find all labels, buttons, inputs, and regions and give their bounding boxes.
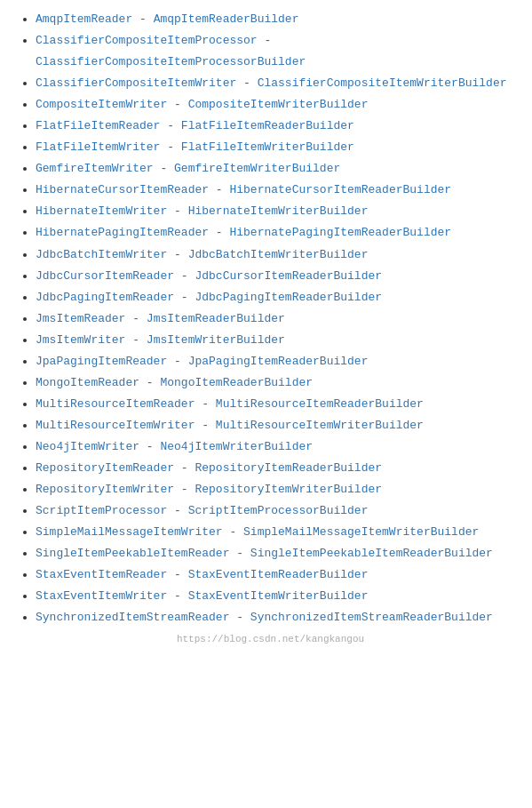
item-builder-link[interactable]: AmqpItemReaderBuilder: [154, 12, 299, 26]
list-item: MultiResourceItemWriter - MultiResourceI…: [36, 415, 523, 436]
item-separator: -: [167, 568, 187, 581]
item-separator: -: [154, 162, 174, 175]
list-item: JdbcCursorItemReader - JdbcCursorItemRea…: [36, 266, 523, 287]
list-item: JmsItemReader - JmsItemReaderBuilder: [36, 308, 523, 330]
item-separator: -: [174, 483, 195, 496]
item-name-link[interactable]: SynchronizedItemStreamReader: [36, 611, 229, 624]
item-separator: -: [125, 312, 146, 325]
item-name-link[interactable]: StaxEventItemReader: [36, 568, 167, 581]
item-separator: -: [195, 397, 215, 411]
item-name-link[interactable]: HibernatePagingItemReader: [36, 226, 209, 239]
item-name-link[interactable]: HibernateItemWriter: [36, 204, 167, 218]
item-separator: -: [167, 248, 187, 261]
item-builder-link[interactable]: GemfireItemWriterBuilder: [174, 162, 340, 175]
item-builder-link[interactable]: Neo4jItemWriterBuilder: [160, 440, 313, 453]
item-builder-link[interactable]: HibernateItemWriterBuilder: [188, 204, 369, 218]
item-builder-link[interactable]: SimpleMailMessageItemWriterBuilder: [243, 525, 479, 539]
list-item: SimpleMailMessageItemWriter - SimpleMail…: [36, 522, 523, 543]
item-name-link[interactable]: ClassifierCompositeItemProcessor: [36, 34, 258, 47]
list-item: HibernateItemWriter - HibernateItemWrite…: [36, 201, 523, 222]
list-item: JpaPagingItemReader - JpaPagingItemReade…: [36, 351, 523, 372]
item-builder-link[interactable]: MultiResourceItemWriterBuilder: [216, 419, 424, 432]
item-separator: -: [229, 611, 250, 624]
list-item: FlatFileItemWriter - FlatFileItemWriterB…: [36, 137, 523, 158]
item-name-link[interactable]: JdbcCursorItemReader: [36, 269, 174, 283]
item-builder-link[interactable]: RepositoryItemWriterBuilder: [195, 483, 382, 496]
item-builder-link[interactable]: JdbcPagingItemReaderBuilder: [195, 291, 382, 304]
item-builder-link[interactable]: JmsItemReaderBuilder: [147, 312, 285, 325]
item-builder-link[interactable]: StaxEventItemWriterBuilder: [188, 589, 369, 603]
item-builder-link[interactable]: RepositoryItemReaderBuilder: [195, 461, 382, 475]
list-item: ClassifierCompositeItemProcessor - Class…: [36, 30, 523, 73]
item-builder-link[interactable]: StaxEventItemReaderBuilder: [188, 568, 369, 581]
list-item: AmqpItemReader - AmqpItemReaderBuilder: [36, 9, 523, 30]
item-separator: -: [209, 183, 229, 196]
item-separator: -: [174, 291, 195, 304]
item-builder-link[interactable]: CompositeItemWriterBuilder: [188, 98, 369, 111]
item-separator: -: [160, 140, 180, 154]
item-separator: -: [167, 98, 187, 111]
list-item: JdbcPagingItemReader - JdbcPagingItemRea…: [36, 287, 523, 308]
item-name-link[interactable]: SimpleMailMessageItemWriter: [36, 525, 223, 539]
item-builder-link[interactable]: ScriptItemProcessorBuilder: [188, 504, 369, 517]
list-item: FlatFileItemReader - FlatFileItemReaderB…: [36, 116, 523, 137]
item-name-link[interactable]: MultiResourceItemReader: [36, 397, 195, 411]
item-separator: -: [139, 376, 160, 389]
item-builder-link[interactable]: FlatFileItemWriterBuilder: [181, 140, 354, 154]
item-separator: -: [125, 333, 146, 347]
item-name-link[interactable]: JmsItemReader: [36, 312, 125, 325]
item-separator: -: [132, 12, 153, 26]
item-name-link[interactable]: ClassifierCompositeItemWriter: [36, 76, 236, 90]
item-separator: -: [160, 119, 180, 132]
item-builder-link[interactable]: JmsItemWriterBuilder: [147, 333, 285, 347]
list-item: StaxEventItemReader - StaxEventItemReade…: [36, 564, 523, 586]
item-builder-link[interactable]: JpaPagingItemReaderBuilder: [188, 355, 369, 368]
item-name-link[interactable]: AmqpItemReader: [36, 12, 132, 26]
item-builder-link[interactable]: SynchronizedItemStreamReaderBuilder: [250, 611, 493, 624]
list-item: RepositoryItemReader - RepositoryItemRea…: [36, 458, 523, 479]
list-item: StaxEventItemWriter - StaxEventItemWrite…: [36, 586, 523, 607]
item-separator: -: [258, 34, 272, 47]
item-builder-link[interactable]: MultiResourceItemReaderBuilder: [216, 397, 424, 411]
item-name-link[interactable]: MultiResourceItemWriter: [36, 419, 195, 432]
item-name-link[interactable]: GemfireItemWriter: [36, 162, 154, 175]
item-list: AmqpItemReader - AmqpItemReaderBuilderCl…: [18, 9, 523, 628]
item-builder-link[interactable]: SingleItemPeekableItemReaderBuilder: [250, 547, 493, 560]
item-name-link[interactable]: JpaPagingItemReader: [36, 355, 167, 368]
item-name-link[interactable]: Neo4jItemWriter: [36, 440, 139, 453]
list-item: CompositeItemWriter - CompositeItemWrite…: [36, 94, 523, 116]
item-name-link[interactable]: HibernateCursorItemReader: [36, 183, 209, 196]
list-item: GemfireItemWriter - GemfireItemWriterBui…: [36, 158, 523, 180]
list-item: JmsItemWriter - JmsItemWriterBuilder: [36, 330, 523, 351]
item-name-link[interactable]: FlatFileItemWriter: [36, 140, 160, 154]
item-builder-link[interactable]: ClassifierCompositeItemProcessorBuilder: [36, 55, 306, 68]
item-name-link[interactable]: FlatFileItemReader: [36, 119, 160, 132]
list-item: SingleItemPeekableItemReader - SingleIte…: [36, 543, 523, 564]
list-item: ScriptItemProcessor - ScriptItemProcesso…: [36, 500, 523, 522]
item-builder-link[interactable]: FlatFileItemReaderBuilder: [181, 119, 354, 132]
item-name-link[interactable]: JdbcPagingItemReader: [36, 291, 174, 304]
list-item: RepositoryItemWriter - RepositoryItemWri…: [36, 479, 523, 500]
item-name-link[interactable]: SingleItemPeekableItemReader: [36, 547, 229, 560]
item-name-link[interactable]: JmsItemWriter: [36, 333, 125, 347]
item-builder-link[interactable]: JdbcCursorItemReaderBuilder: [195, 269, 382, 283]
item-builder-link[interactable]: ClassifierCompositeItemWriterBuilder: [258, 76, 507, 90]
item-separator: -: [174, 461, 195, 475]
item-builder-link[interactable]: HibernateCursorItemReaderBuilder: [229, 183, 451, 196]
item-builder-link[interactable]: HibernatePagingItemReaderBuilder: [229, 226, 451, 239]
list-item: JdbcBatchItemWriter - JdbcBatchItemWrite…: [36, 244, 523, 266]
list-item: HibernatePagingItemReader - HibernatePag…: [36, 222, 523, 244]
item-separator: -: [167, 504, 187, 517]
item-name-link[interactable]: ScriptItemProcessor: [36, 504, 167, 517]
item-name-link[interactable]: CompositeItemWriter: [36, 98, 167, 111]
item-name-link[interactable]: RepositoryItemWriter: [36, 483, 174, 496]
list-item: ClassifierCompositeItemWriter - Classifi…: [36, 73, 523, 94]
item-builder-link[interactable]: MongoItemReaderBuilder: [160, 376, 313, 389]
item-name-link[interactable]: JdbcBatchItemWriter: [36, 248, 167, 261]
item-name-link[interactable]: RepositoryItemReader: [36, 461, 174, 475]
item-name-link[interactable]: StaxEventItemWriter: [36, 589, 167, 603]
item-separator: -: [229, 547, 250, 560]
item-name-link[interactable]: MongoItemReader: [36, 376, 139, 389]
item-separator: -: [167, 589, 187, 603]
item-builder-link[interactable]: JdbcBatchItemWriterBuilder: [188, 248, 369, 261]
